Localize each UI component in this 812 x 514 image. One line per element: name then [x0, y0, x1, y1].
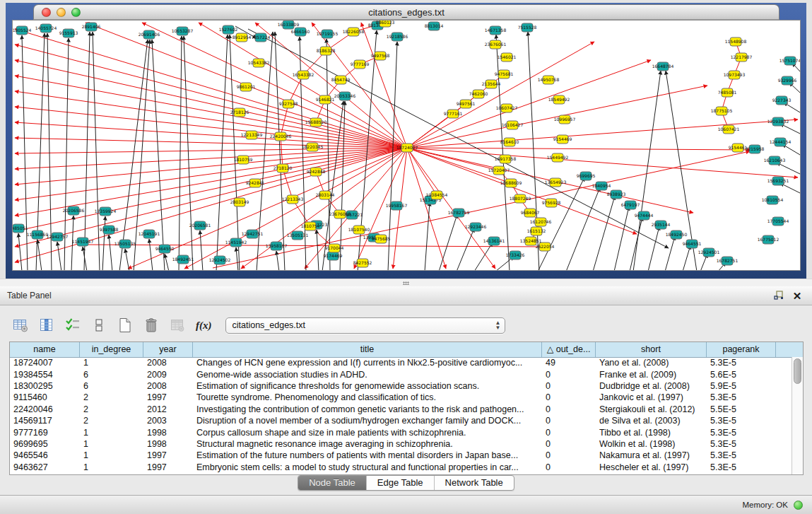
- citation-edge-black[interactable]: [566, 187, 600, 270]
- table-cell[interactable]: Structural magnetic resonance image aver…: [193, 439, 542, 449]
- table-row[interactable]: 977716911998Corpus callosum shape and si…: [10, 426, 792, 438]
- table-cell[interactable]: 1997: [143, 392, 193, 402]
- zoom-window-button[interactable]: [71, 8, 81, 17]
- close-panel-icon[interactable]: ✕: [791, 290, 804, 303]
- network-table-select[interactable]: citations_edges.txt ▲▼: [225, 317, 505, 334]
- graph-node[interactable]: 16106427: [502, 121, 524, 129]
- citation-edge-red[interactable]: [184, 148, 407, 269]
- graph-node[interactable]: 18492451: [172, 255, 194, 264]
- graph-node[interactable]: 11156869: [27, 230, 49, 239]
- citation-edge-black[interactable]: [648, 226, 659, 270]
- table-mode-icon[interactable]: [11, 316, 30, 334]
- citation-edge-black[interactable]: [84, 32, 90, 270]
- graph-node[interactable]: 12924501: [698, 248, 720, 257]
- table-cell[interactable]: 18300295: [10, 381, 80, 391]
- citation-edge-red[interactable]: [15, 29, 407, 148]
- tab-node-table[interactable]: Node Table: [298, 476, 367, 490]
- graph-node[interactable]: 15449492: [547, 153, 569, 162]
- show-columns-icon[interactable]: [37, 316, 56, 334]
- graph-node[interactable]: 8215958: [746, 145, 765, 153]
- column-header-pagerank[interactable]: pagerank: [707, 342, 776, 357]
- citation-edge-red[interactable]: [15, 148, 407, 216]
- citation-edge-red[interactable]: [407, 148, 437, 195]
- table-cell[interactable]: 5.3E-5: [707, 450, 776, 460]
- table-cell[interactable]: 5.3E-5: [707, 428, 776, 438]
- citation-edge-red[interactable]: [407, 60, 651, 148]
- graph-node[interactable]: 19958167: [386, 201, 408, 210]
- graph-node[interactable]: 9861201: [237, 83, 256, 91]
- graph-node[interactable]: 12924502: [209, 256, 231, 264]
- graph-node[interactable]: 12093832: [767, 117, 789, 126]
- network-graph-svg[interactable]: 1805524140557249155913289140620691406106…: [13, 21, 800, 270]
- network-view-canvas[interactable]: 1805524140557249155913289140620691406106…: [12, 20, 801, 271]
- graph-node[interactable]: 1840954: [592, 182, 611, 190]
- graph-node[interactable]: 9777169: [351, 60, 370, 69]
- table-cell[interactable]: 0: [542, 404, 596, 414]
- graph-node[interactable]: 2718120: [273, 164, 293, 173]
- new-column-icon[interactable]: [116, 316, 134, 334]
- graph-node[interactable]: 1527602: [219, 25, 238, 34]
- graph-node[interactable]: 8427552: [353, 259, 372, 267]
- graph-node[interactable]: 10653287: [172, 27, 194, 35]
- table-cell[interactable]: Changes of HCN gene expression and I(f) …: [193, 358, 542, 368]
- table-cell[interactable]: 6: [80, 370, 143, 380]
- graph-node[interactable]: 9474444: [635, 211, 654, 220]
- graph-node[interactable]: 14950768: [538, 76, 560, 84]
- table-row[interactable]: 946362711997Embryonic stem cells: a mode…: [10, 462, 792, 473]
- graph-node[interactable]: 9227343: [772, 96, 792, 105]
- graph-node[interactable]: 7515528: [518, 23, 537, 32]
- graph-node[interactable]: 9756928: [542, 199, 561, 207]
- table-cell[interactable]: 1: [80, 358, 143, 368]
- table-cell[interactable]: 5.9E-5: [707, 381, 776, 391]
- citation-edge-red[interactable]: [407, 148, 511, 183]
- citation-edge-red[interactable]: [281, 136, 283, 168]
- table-cell[interactable]: 2009: [143, 370, 193, 380]
- table-cell[interactable]: 1998: [143, 439, 193, 449]
- graph-node[interactable]: 7462060: [469, 90, 488, 98]
- table-cell[interactable]: 1997: [143, 462, 193, 472]
- table-cell[interactable]: 22420046: [10, 404, 80, 414]
- graph-node[interactable]: 16782759: [448, 209, 470, 217]
- table-cell[interactable]: 2: [80, 416, 143, 426]
- table-cell[interactable]: 19384554: [10, 370, 80, 380]
- select-columns-icon[interactable]: [64, 316, 82, 334]
- citation-edge-black[interactable]: [683, 245, 690, 270]
- graph-node[interactable]: 14055724: [35, 24, 57, 33]
- graph-node[interactable]: 9155913: [59, 29, 78, 37]
- graph-node[interactable]: 18226058: [343, 28, 365, 36]
- table-cell[interactable]: 2008: [143, 381, 193, 391]
- table-cell[interactable]: 0: [542, 392, 596, 402]
- table-cell[interactable]: Disruption of a novel member of a sodium…: [193, 416, 542, 426]
- table-cell[interactable]: Franke et al. (2009): [596, 370, 707, 380]
- table-row[interactable]: 1872400712008Changes of HCN gene express…: [10, 357, 792, 368]
- table-cell[interactable]: 5.3E-5: [707, 358, 776, 368]
- column-header-out_de[interactable]: △ out_de...: [542, 342, 596, 357]
- table-cell[interactable]: 49: [542, 358, 596, 368]
- graph-node[interactable]: 8813014: [425, 22, 444, 30]
- column-header-in_degree[interactable]: in_degree: [80, 342, 143, 357]
- table-cell[interactable]: 2: [80, 392, 143, 402]
- graph-node[interactable]: 12217987: [731, 53, 753, 62]
- graph-node[interactable]: 2935144: [652, 221, 671, 229]
- graph-node[interactable]: 14671358: [485, 26, 507, 35]
- graph-node[interactable]: 23676061: [485, 40, 507, 49]
- graph-node[interactable]: 19218586: [387, 33, 408, 41]
- table-cell[interactable]: 1998: [143, 428, 193, 438]
- table-row[interactable]: 1830029562008Estimation of significance …: [10, 380, 792, 392]
- citation-edge-black[interactable]: [439, 214, 457, 270]
- table-cell[interactable]: Jankovic et al. (1997): [596, 392, 707, 402]
- graph-node[interactable]: 18549492: [548, 95, 570, 104]
- minimize-window-button[interactable]: [57, 8, 66, 17]
- graph-node[interactable]: 9475681: [495, 70, 514, 78]
- graph-node[interactable]: 12923446: [465, 223, 487, 231]
- citation-edge-red[interactable]: [86, 245, 545, 247]
- table-cell[interactable]: 5.3E-5: [707, 439, 776, 449]
- float-panel-icon[interactable]: [772, 290, 785, 303]
- table-cell[interactable]: 6: [80, 381, 143, 391]
- table-row[interactable]: 1456911722003Disruption of a novel membe…: [10, 415, 792, 426]
- citation-edge-black[interactable]: [230, 35, 240, 270]
- table-row[interactable]: 911546021997Tourette syndrome. Phenomeno…: [10, 392, 792, 403]
- graph-node[interactable]: 17705544: [767, 217, 789, 226]
- graph-node[interactable]: 12213343: [282, 195, 304, 204]
- citation-edge-black[interactable]: [593, 196, 615, 270]
